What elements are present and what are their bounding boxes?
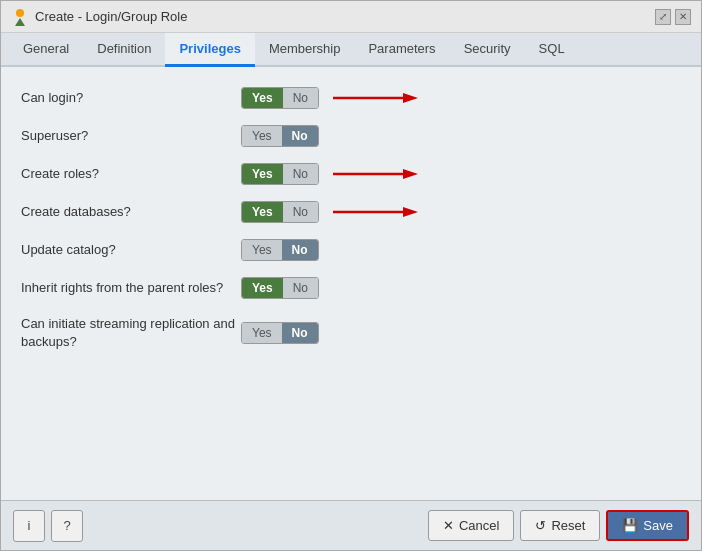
- app-icon: [11, 8, 29, 26]
- tab-security[interactable]: Security: [450, 33, 525, 67]
- tab-general[interactable]: General: [9, 33, 83, 67]
- svg-point-0: [16, 9, 24, 17]
- row-can-login: Can login? Yes No: [21, 87, 681, 109]
- svg-marker-5: [403, 169, 418, 179]
- reset-icon: ↺: [535, 518, 546, 533]
- footer-left: i ?: [13, 510, 83, 542]
- toggle-inherit-rights: Yes No: [241, 277, 319, 299]
- tab-parameters[interactable]: Parameters: [354, 33, 449, 67]
- toggle-no-inactive[interactable]: No: [283, 88, 318, 108]
- tab-bar: General Definition Privileges Membership…: [1, 33, 701, 67]
- toggle-create-databases: Yes No: [241, 201, 423, 223]
- help-button[interactable]: ?: [51, 510, 83, 542]
- toggle-can-login: Yes No: [241, 87, 423, 109]
- svg-marker-1: [15, 18, 25, 26]
- toggle-no-inactive[interactable]: No: [283, 278, 318, 298]
- toggle-yes-active[interactable]: Yes: [242, 278, 283, 298]
- toggle-superuser-switch[interactable]: Yes No: [241, 125, 319, 147]
- toggle-inherit-rights-switch[interactable]: Yes No: [241, 277, 319, 299]
- tab-sql[interactable]: SQL: [525, 33, 579, 67]
- toggle-streaming-replication: Yes No: [241, 322, 319, 344]
- toggle-create-databases-switch[interactable]: Yes No: [241, 201, 319, 223]
- label-streaming-replication: Can initiate streaming replication and b…: [21, 315, 241, 351]
- row-superuser: Superuser? Yes No: [21, 125, 681, 147]
- maximize-button[interactable]: ⤢: [655, 9, 671, 25]
- row-inherit-rights: Inherit rights from the parent roles? Ye…: [21, 277, 681, 299]
- toggle-no-active[interactable]: No: [282, 126, 318, 146]
- main-window: Create - Login/Group Role ⤢ ✕ General De…: [0, 0, 702, 551]
- tab-privileges[interactable]: Privileges: [165, 33, 254, 67]
- toggle-streaming-replication-switch[interactable]: Yes No: [241, 322, 319, 344]
- svg-marker-3: [403, 93, 418, 103]
- label-superuser: Superuser?: [21, 127, 241, 145]
- svg-marker-7: [403, 207, 418, 217]
- label-inherit-rights: Inherit rights from the parent roles?: [21, 279, 241, 297]
- title-bar-buttons: ⤢ ✕: [655, 9, 691, 25]
- toggle-no-inactive[interactable]: No: [283, 164, 318, 184]
- row-update-catalog: Update catalog? Yes No: [21, 239, 681, 261]
- cancel-label: Cancel: [459, 518, 499, 533]
- toggle-yes-inactive[interactable]: Yes: [242, 126, 282, 146]
- content-area: Can login? Yes No Superuser? Yes: [1, 67, 701, 500]
- footer-right: ✕ Cancel ↺ Reset 💾 Save: [428, 510, 689, 541]
- title-bar-left: Create - Login/Group Role: [11, 8, 187, 26]
- cancel-icon: ✕: [443, 518, 454, 533]
- tab-membership[interactable]: Membership: [255, 33, 355, 67]
- label-can-login: Can login?: [21, 89, 241, 107]
- window-title: Create - Login/Group Role: [35, 9, 187, 24]
- footer: i ? ✕ Cancel ↺ Reset 💾 Save: [1, 500, 701, 550]
- row-create-roles: Create roles? Yes No: [21, 163, 681, 185]
- save-button[interactable]: 💾 Save: [606, 510, 689, 541]
- label-create-databases: Create databases?: [21, 203, 241, 221]
- toggle-create-roles: Yes No: [241, 163, 423, 185]
- toggle-create-roles-switch[interactable]: Yes No: [241, 163, 319, 185]
- label-create-roles: Create roles?: [21, 165, 241, 183]
- toggle-yes-inactive[interactable]: Yes: [242, 323, 282, 343]
- toggle-yes-active[interactable]: Yes: [242, 202, 283, 222]
- label-update-catalog: Update catalog?: [21, 241, 241, 259]
- toggle-yes-active[interactable]: Yes: [242, 88, 283, 108]
- save-icon: 💾: [622, 518, 638, 533]
- toggle-update-catalog: Yes No: [241, 239, 319, 261]
- toggle-no-active[interactable]: No: [282, 323, 318, 343]
- toggle-update-catalog-switch[interactable]: Yes No: [241, 239, 319, 261]
- arrow-can-login: [333, 88, 423, 108]
- reset-label: Reset: [551, 518, 585, 533]
- arrow-create-databases: [333, 202, 423, 222]
- row-create-databases: Create databases? Yes No: [21, 201, 681, 223]
- save-label: Save: [643, 518, 673, 533]
- cancel-button[interactable]: ✕ Cancel: [428, 510, 514, 541]
- toggle-yes-inactive[interactable]: Yes: [242, 240, 282, 260]
- info-button[interactable]: i: [13, 510, 45, 542]
- reset-button[interactable]: ↺ Reset: [520, 510, 600, 541]
- toggle-can-login-switch[interactable]: Yes No: [241, 87, 319, 109]
- arrow-create-roles: [333, 164, 423, 184]
- toggle-no-active[interactable]: No: [282, 240, 318, 260]
- toggle-superuser: Yes No: [241, 125, 319, 147]
- row-streaming-replication: Can initiate streaming replication and b…: [21, 315, 681, 351]
- toggle-yes-active[interactable]: Yes: [242, 164, 283, 184]
- title-bar: Create - Login/Group Role ⤢ ✕: [1, 1, 701, 33]
- toggle-no-inactive[interactable]: No: [283, 202, 318, 222]
- tab-definition[interactable]: Definition: [83, 33, 165, 67]
- close-button[interactable]: ✕: [675, 9, 691, 25]
